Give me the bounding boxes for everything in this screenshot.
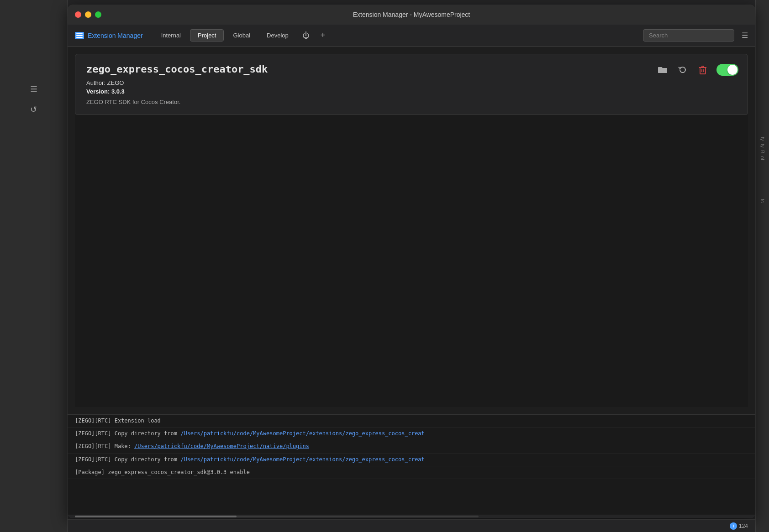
tab-project[interactable]: Project <box>190 29 224 42</box>
tab-internal[interactable]: Internal <box>154 30 188 41</box>
search-wrapper <box>643 29 734 42</box>
log-link-4[interactable]: /Users/patrickfu/code/MyAwesomeProject/e… <box>180 456 425 463</box>
log-line-2: [ZEGO][RTC] Copy directory from /Users/p… <box>68 428 755 440</box>
header-logo-text: Extension Manager <box>88 32 143 39</box>
title-bar: Extension Manager - MyAwesomeProject <box>68 5 755 25</box>
log-area: [ZEGO][RTC] Extension load [ZEGO][RTC] C… <box>68 414 755 515</box>
close-button[interactable] <box>75 11 81 18</box>
extension-version: Version: 3.0.3 <box>86 88 737 95</box>
tab-bar: Internal Project Global Develop ⏻ + <box>154 28 643 42</box>
sidebar-refresh-icon[interactable]: ↺ <box>26 102 41 117</box>
log-line-5: [Package] zego_express_cocos_creator_sdk… <box>68 466 755 479</box>
empty-content-area <box>75 115 748 407</box>
right-sidebar: ty ty B of tc <box>755 0 769 532</box>
log-text-5: [Package] zego_express_cocos_creator_sdk… <box>75 469 250 475</box>
status-count: 124 <box>739 523 748 529</box>
extension-toggle[interactable] <box>716 64 738 76</box>
log-prefix-2: [ZEGO][RTC] Copy directory from <box>75 430 180 437</box>
tab-develop[interactable]: Develop <box>259 30 296 41</box>
status-info: i 124 <box>730 522 748 530</box>
version-value: 3.0.3 <box>111 88 125 95</box>
right-sidebar-text-5: tc <box>759 199 766 203</box>
tab-power-icon[interactable]: ⏻ <box>298 29 314 42</box>
main-window: Extension Manager - MyAwesomeProject Ext… <box>68 5 755 518</box>
left-sidebar: ☰ ↺ <box>0 0 68 532</box>
extension-author: Author: ZEGO <box>86 79 737 86</box>
log-line-1: [ZEGO][RTC] Extension load <box>68 415 755 428</box>
info-icon: i <box>730 522 737 530</box>
right-sidebar-text-4: of <box>759 156 766 160</box>
svg-rect-3 <box>700 68 706 74</box>
toggle-knob <box>727 65 737 75</box>
extension-description: ZEGO RTC SDK for Cocos Creator. <box>86 99 737 105</box>
extension-card: zego_express_cocos_creator_sdk Author: Z… <box>75 54 748 115</box>
right-sidebar-text-2: ty <box>759 144 766 148</box>
version-label: Version: <box>86 88 110 95</box>
card-actions <box>656 63 738 76</box>
header-logo: Extension Manager <box>75 32 143 39</box>
svg-rect-2 <box>76 37 83 38</box>
open-folder-button[interactable] <box>656 63 669 76</box>
log-prefix-3: [ZEGO][RTC] Make: <box>75 443 134 449</box>
right-sidebar-text-3: B <box>759 150 766 153</box>
extension-name: zego_express_cocos_creator_sdk <box>86 63 737 75</box>
tab-global[interactable]: Global <box>226 30 258 41</box>
tab-add-button[interactable]: + <box>316 28 330 42</box>
log-text-1: [ZEGO][RTC] Extension load <box>75 417 161 424</box>
author-label: Author: <box>86 79 105 86</box>
scrollbar-track <box>75 516 479 517</box>
content-area: zego_express_cocos_creator_sdk Author: Z… <box>68 47 755 414</box>
status-bar: i 124 <box>68 519 755 532</box>
header: Extension Manager Internal Project Globa… <box>68 25 755 47</box>
log-line-4: [ZEGO][RTC] Copy directory from /Users/p… <box>68 454 755 466</box>
search-input[interactable] <box>643 29 734 42</box>
log-prefix-4: [ZEGO][RTC] Copy directory from <box>75 456 180 463</box>
delete-button[interactable] <box>696 63 709 76</box>
log-line-3: [ZEGO][RTC] Make: /Users/patrickfu/code/… <box>68 440 755 453</box>
refresh-button[interactable] <box>676 63 689 76</box>
header-menu-icon[interactable]: ☰ <box>742 31 748 40</box>
extension-manager-icon <box>75 32 84 39</box>
traffic-lights <box>75 11 101 18</box>
minimize-button[interactable] <box>85 11 91 18</box>
maximize-button[interactable] <box>95 11 101 18</box>
log-link-3[interactable]: /Users/patrickfu/code/MyAwesomeProject/n… <box>134 443 309 449</box>
window-title: Extension Manager - MyAwesomeProject <box>353 11 470 18</box>
sidebar-list-icon[interactable]: ☰ <box>26 82 41 97</box>
author-value: ZEGO <box>107 79 124 86</box>
svg-rect-1 <box>76 35 83 36</box>
scrollbar-thumb[interactable] <box>75 516 237 517</box>
scrollbar-area <box>68 515 755 518</box>
svg-rect-0 <box>76 33 83 34</box>
right-sidebar-text-1: ty <box>759 137 766 141</box>
log-link-2[interactable]: /Users/patrickfu/code/MyAwesomeProject/e… <box>180 430 425 437</box>
